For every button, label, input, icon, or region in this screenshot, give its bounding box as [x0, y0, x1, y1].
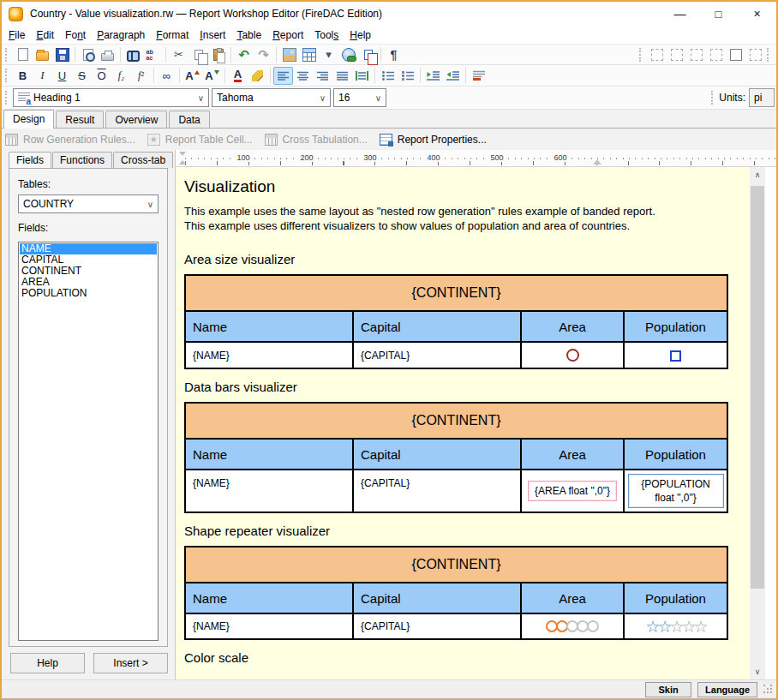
doc-heading-data-bars[interactable]: Data bars visualizer	[184, 380, 750, 394]
decrease-indent-button[interactable]	[423, 67, 443, 85]
tab-functions[interactable]: Functions	[52, 152, 112, 168]
header-cell-area[interactable]: Area	[521, 311, 624, 342]
row-generation-rules-button[interactable]: Row Generation Rules...	[5, 134, 135, 146]
menu-edit[interactable]: Edit	[36, 27, 62, 44]
header-cell-capital[interactable]: Capital	[353, 439, 521, 470]
insert-table-dropdown[interactable]: ▾	[319, 45, 338, 63]
menu-insert[interactable]: Insert	[200, 27, 233, 44]
circle-repeater-cell[interactable]	[521, 613, 624, 639]
align-justify-button[interactable]	[332, 67, 352, 85]
toolbar-grip[interactable]	[639, 48, 643, 62]
copy-special-button[interactable]	[358, 45, 378, 63]
menu-paragraph[interactable]: Paragraph	[97, 27, 153, 44]
bold-button[interactable]: B	[13, 67, 33, 85]
save-button[interactable]	[52, 45, 72, 63]
header-cell-population[interactable]: Population	[624, 583, 727, 613]
menu-font[interactable]: Font	[65, 27, 93, 44]
menu-report[interactable]: Report	[272, 27, 311, 44]
units-combo[interactable]: pi	[749, 88, 775, 107]
toolbar-grip[interactable]	[711, 91, 715, 105]
toolbar-grip[interactable]	[767, 48, 771, 62]
shape-repeater-table[interactable]: {CONTINENT} Name Capital Area Population…	[184, 546, 728, 640]
continent-group-cell[interactable]: {CONTINENT}	[185, 275, 727, 311]
insert-button[interactable]: Insert >	[93, 653, 168, 673]
population-data-bar-cell[interactable]: {POPULATION float ",0"}	[624, 470, 727, 512]
doc-heading-visualization[interactable]: Visualization	[184, 177, 750, 196]
tab-result[interactable]: Result	[56, 111, 104, 128]
doc-heading-color-scale[interactable]: Color scale	[184, 650, 750, 665]
border-preset-1-button[interactable]	[647, 45, 667, 63]
overline-button[interactable]: O	[92, 67, 111, 85]
scrollbar-thumb[interactable]	[751, 186, 764, 589]
header-cell-name[interactable]: Name	[185, 583, 353, 613]
tab-fields[interactable]: Fields	[9, 152, 51, 169]
strikethrough-button[interactable]: S	[72, 67, 92, 85]
field-item-population[interactable]: POPULATION	[20, 288, 157, 299]
italic-button[interactable]: I	[33, 67, 52, 85]
report-properties-button[interactable]: Report Properties...	[380, 134, 487, 146]
align-center-button[interactable]	[293, 67, 313, 85]
menu-tools[interactable]: Tools	[314, 27, 346, 44]
continent-group-cell[interactable]: {CONTINENT}	[185, 403, 727, 439]
scroll-up-button[interactable]: ∧	[750, 167, 765, 182]
header-cell-population[interactable]: Population	[624, 439, 727, 470]
cut-button[interactable]: ✂	[169, 45, 189, 63]
skin-button[interactable]: Skin	[645, 682, 691, 697]
data-cell-capital[interactable]: {CAPITAL}	[353, 470, 521, 512]
vertical-scrollbar[interactable]: ∧ ∨	[750, 167, 765, 679]
copy-button[interactable]	[189, 45, 208, 63]
character-spacing-button[interactable]: ∞	[157, 67, 177, 85]
area-size-visualizer-cell[interactable]	[521, 342, 624, 368]
print-preview-button[interactable]	[78, 45, 98, 63]
fit-width-button[interactable]	[352, 67, 372, 85]
menu-table[interactable]: Table	[236, 27, 269, 44]
left-indent-marker[interactable]	[179, 160, 186, 165]
tab-overview[interactable]: Overview	[105, 111, 167, 128]
area-size-table[interactable]: {CONTINENT} Name Capital Area Population…	[184, 274, 728, 369]
header-cell-capital[interactable]: Capital	[353, 583, 521, 613]
border-preset-6-button[interactable]	[745, 45, 765, 63]
align-right-button[interactable]	[313, 67, 332, 85]
font-size-combo[interactable]: 16 ∨	[333, 88, 386, 107]
close-button[interactable]: ×	[738, 2, 776, 26]
toolbar-grip[interactable]	[5, 91, 9, 105]
underline-button[interactable]: U	[52, 67, 72, 85]
scroll-down-button[interactable]: ∨	[750, 664, 765, 679]
tab-data[interactable]: Data	[169, 111, 209, 128]
data-cell-name[interactable]: {NAME}	[185, 342, 353, 368]
undo-button[interactable]: ↶	[234, 45, 254, 63]
tables-combo[interactable]: COUNTRY ∨	[18, 194, 159, 213]
data-cell-capital[interactable]: {CAPITAL}	[353, 342, 521, 368]
tab-design[interactable]: Design	[3, 110, 54, 129]
menu-format[interactable]: Format	[156, 27, 196, 44]
cross-tabulation-button[interactable]: Cross Tabulation...	[265, 134, 368, 146]
superscript-button[interactable]: f²	[131, 67, 151, 85]
menu-help[interactable]: Help	[350, 27, 379, 44]
paragraph-style-combo[interactable]: a Heading 1 ∨	[13, 88, 209, 107]
replace-button[interactable]: ab ac	[143, 45, 163, 63]
area-data-bar-cell[interactable]: {AREA float ",0"}	[521, 470, 624, 512]
insert-table-button[interactable]	[299, 45, 319, 63]
header-cell-capital[interactable]: Capital	[353, 311, 521, 342]
doc-heading-area-size[interactable]: Area size visualizer	[184, 252, 750, 266]
data-bars-table[interactable]: {CONTINENT} Name Capital Area Population…	[184, 402, 728, 513]
first-line-indent-marker[interactable]	[179, 152, 186, 156]
language-button[interactable]: Language	[697, 682, 757, 697]
paste-button[interactable]	[208, 45, 228, 63]
hyperlink-button[interactable]	[338, 45, 358, 63]
right-indent-marker[interactable]	[593, 159, 601, 165]
population-size-visualizer-cell[interactable]	[624, 342, 727, 368]
font-color-button[interactable]: A	[228, 67, 248, 85]
document-page[interactable]: Visualization This example uses the same…	[176, 167, 750, 679]
data-cell-name[interactable]: {NAME}	[185, 613, 353, 639]
print-button[interactable]	[98, 45, 117, 63]
paragraph-shading-button[interactable]	[469, 67, 488, 85]
grow-font-button[interactable]: A	[183, 67, 202, 85]
new-document-button[interactable]	[13, 45, 33, 63]
shrink-font-button[interactable]: A	[202, 67, 222, 85]
align-left-button[interactable]	[273, 67, 293, 85]
font-name-combo[interactable]: Tahoma ∨	[212, 88, 331, 107]
doc-intro-line-2[interactable]: This example uses different visualizers …	[184, 218, 750, 233]
header-cell-name[interactable]: Name	[185, 311, 353, 342]
maximize-button[interactable]: □	[699, 2, 738, 26]
